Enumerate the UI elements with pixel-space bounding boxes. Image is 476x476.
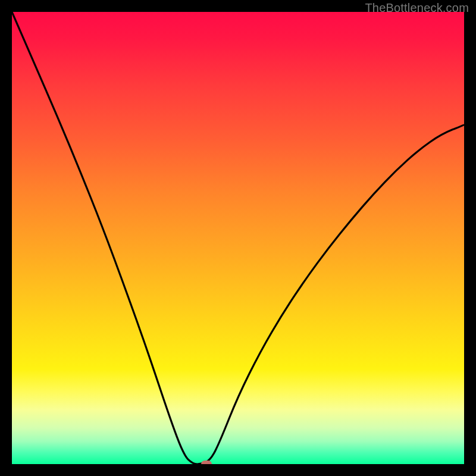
- curve-path: [12, 12, 464, 464]
- plot-area: [12, 12, 464, 464]
- optimal-point-marker: [201, 461, 212, 464]
- chart-frame: TheBottleneck.com: [0, 0, 476, 476]
- bottleneck-curve: [12, 12, 464, 464]
- watermark-text: TheBottleneck.com: [365, 1, 469, 15]
